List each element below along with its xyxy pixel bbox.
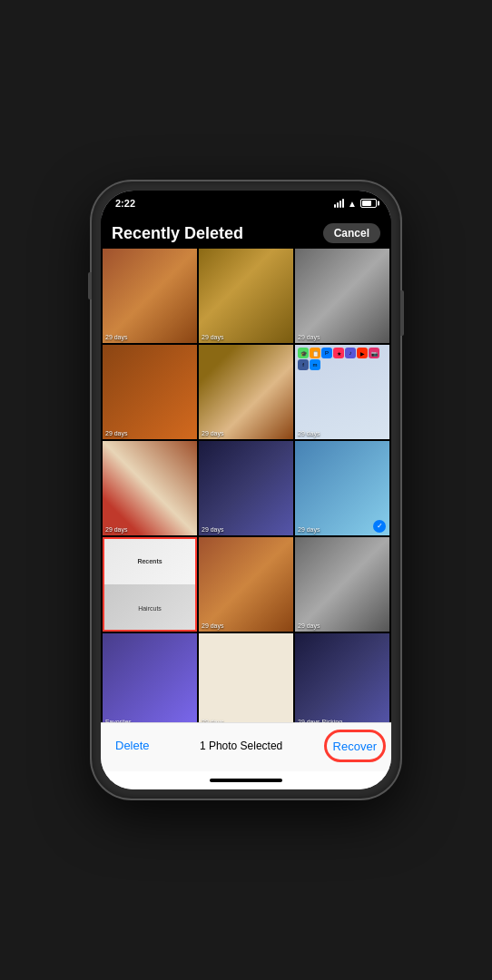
photo-cell[interactable]: Favorites bbox=[103, 633, 197, 722]
home-bar bbox=[210, 779, 282, 782]
battery-icon bbox=[360, 199, 377, 208]
photo-cell[interactable]: 29 days bbox=[199, 441, 293, 535]
photo-cell[interactable]: 29 days bbox=[199, 633, 293, 722]
photo-cell[interactable]: 29 days bbox=[295, 249, 389, 343]
days-label: 29 days bbox=[105, 430, 128, 436]
photo-cell[interactable]: 29 days bbox=[199, 345, 293, 439]
days-label: 29 days bbox=[105, 334, 128, 340]
phone-screen: 2:22 ▲ bbox=[101, 191, 391, 789]
days-label: 29 days bbox=[298, 334, 320, 340]
signal-icon bbox=[334, 199, 344, 208]
selected-count-label: 1 Photo Selected bbox=[200, 740, 282, 752]
days-label: 29 days Picking bbox=[298, 719, 342, 722]
phone-frame: 2:22 ▲ bbox=[92, 181, 400, 799]
days-label: 29 days bbox=[105, 526, 128, 533]
days-label: 29 days bbox=[298, 430, 320, 436]
status-icons: ▲ bbox=[334, 199, 377, 209]
bottom-action-bar: Delete 1 Photo Selected Recover bbox=[101, 722, 391, 771]
photo-cell[interactable]: 29 days bbox=[199, 249, 293, 343]
days-label: 29 days bbox=[202, 430, 224, 436]
photo-grid: 29 days 29 days 29 days 29 days bbox=[101, 247, 391, 722]
photo-cell[interactable]: 29 days bbox=[103, 345, 197, 439]
days-label: 29 days bbox=[202, 622, 224, 629]
photo-selected-check: ✓ bbox=[373, 520, 386, 533]
photo-cell[interactable]: 29 days bbox=[295, 537, 389, 632]
status-time: 2:22 bbox=[115, 198, 135, 209]
days-label: 29 days bbox=[298, 526, 320, 533]
days-label: 29 days bbox=[202, 719, 224, 722]
recover-button-wrapper: Recover bbox=[333, 738, 377, 754]
photo-cell-selected[interactable]: Recents Haircuts bbox=[103, 537, 197, 632]
days-label: Favorites bbox=[105, 719, 132, 722]
photo-cell[interactable]: 🎓 📋 P ★ ♪ ▶ 📷 f m 29 days bbox=[295, 345, 389, 439]
photo-cell[interactable]: 29 days bbox=[103, 249, 197, 343]
photo-cell[interactable]: 29 days bbox=[103, 441, 197, 535]
gallery-header: Recently Deleted Cancel bbox=[101, 216, 391, 247]
cancel-button[interactable]: Cancel bbox=[323, 223, 380, 243]
gallery-scroll[interactable]: Recently Deleted Cancel 29 days 29 days bbox=[101, 216, 391, 722]
gallery-title: Recently Deleted bbox=[112, 224, 243, 243]
photo-cell[interactable]: 29 days bbox=[199, 537, 293, 632]
days-label: 29 days bbox=[202, 526, 224, 533]
screen: 2:22 ▲ bbox=[101, 191, 391, 789]
days-label: 29 days bbox=[202, 334, 224, 340]
wifi-icon: ▲ bbox=[348, 199, 357, 209]
status-bar: 2:22 ▲ bbox=[101, 191, 391, 216]
delete-button[interactable]: Delete bbox=[115, 739, 150, 752]
photo-cell[interactable]: 29 days ✓ bbox=[295, 441, 389, 535]
days-label: 29 days bbox=[298, 622, 320, 629]
home-indicator bbox=[101, 771, 391, 789]
recover-button[interactable]: Recover bbox=[333, 740, 377, 753]
photo-cell[interactable]: 29 days Picking bbox=[295, 633, 389, 722]
gallery-content[interactable]: Recently Deleted Cancel 29 days 29 days bbox=[101, 216, 391, 722]
